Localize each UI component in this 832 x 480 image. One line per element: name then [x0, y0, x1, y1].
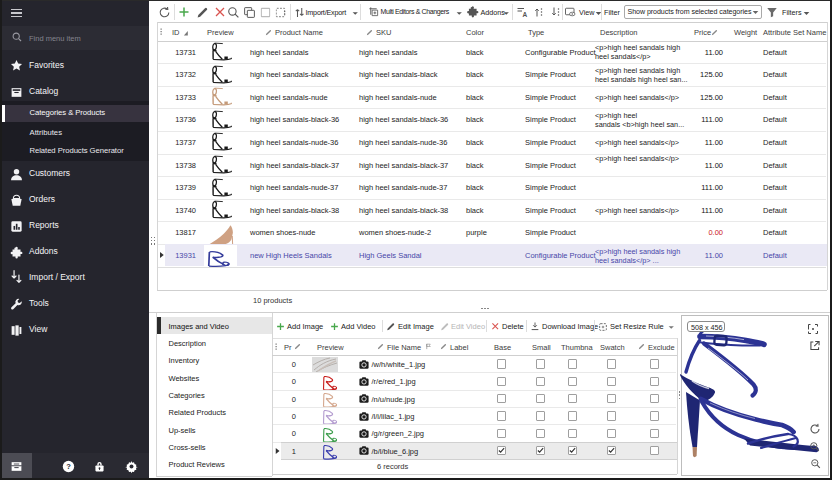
- svg-text:A: A: [523, 11, 528, 18]
- svg-text:?: ?: [66, 462, 71, 471]
